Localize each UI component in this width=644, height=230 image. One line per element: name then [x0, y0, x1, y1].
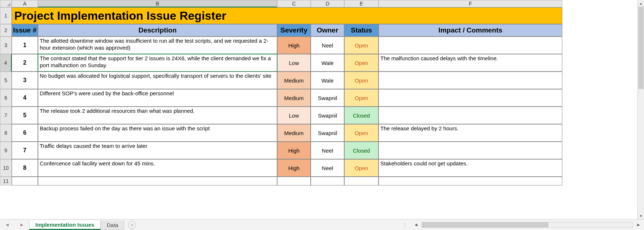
cell-severity[interactable]: Medium — [277, 72, 311, 89]
cell-severity[interactable]: High — [277, 37, 311, 54]
row-header-6[interactable]: 6 — [0, 89, 12, 107]
empty-cell[interactable] — [311, 177, 344, 185]
v-scroll-track[interactable] — [638, 7, 644, 212]
scroll-right-icon[interactable]: ▶ — [635, 222, 642, 228]
tab-splitter-icon[interactable]: ⋮ — [399, 222, 411, 228]
cell-severity[interactable]: High — [277, 142, 311, 159]
cell-description[interactable]: The allotted downtime window was insuffi… — [38, 37, 277, 54]
scroll-down-icon[interactable]: ▼ — [638, 212, 644, 219]
cell-impact[interactable] — [379, 142, 562, 159]
h-scroll-track[interactable] — [422, 222, 633, 228]
cell-owner[interactable]: Swapnil — [311, 124, 344, 142]
header-impact[interactable]: Impact / Comments — [379, 24, 562, 37]
row-header-1[interactable]: 1 — [0, 7, 12, 24]
cell-description[interactable]: Backup process failed on the day as ther… — [38, 124, 277, 142]
h-scroll-thumb[interactable] — [422, 222, 548, 227]
cell-owner[interactable]: Neel — [311, 159, 344, 177]
add-sheet-button[interactable]: + — [128, 221, 136, 229]
cell-owner[interactable]: Neel — [311, 37, 344, 54]
cell-severity[interactable]: High — [277, 159, 311, 177]
sheet-tabs: Implementation Issues Data — [29, 219, 124, 230]
col-header-b[interactable]: B — [38, 0, 277, 7]
cell-issue-num[interactable]: 1 — [12, 37, 38, 54]
empty-cell[interactable] — [12, 177, 38, 185]
cell-owner[interactable]: Swapnil — [311, 107, 344, 124]
cell-status[interactable]: Open — [344, 89, 379, 107]
cell-description[interactable]: The release took 2 additional resources … — [38, 107, 277, 124]
header-owner[interactable]: Owner — [311, 24, 344, 37]
cell-status[interactable]: Open — [344, 159, 379, 177]
cell-issue-num[interactable]: 3 — [12, 72, 38, 89]
col-header-c[interactable]: C — [277, 0, 311, 7]
cell-status[interactable]: Open — [344, 54, 379, 72]
header-status[interactable]: Status — [344, 24, 379, 37]
scroll-left-icon[interactable]: ◀ — [413, 222, 419, 228]
col-header-e[interactable]: E — [344, 0, 379, 7]
plus-icon: + — [131, 222, 133, 228]
spreadsheet: A B C D E F 1 Project Implementation Iss… — [0, 0, 644, 219]
row-header-11[interactable]: 11 — [0, 177, 12, 185]
cell-severity[interactable]: Low — [277, 107, 311, 124]
cell-impact[interactable]: The malfunction caused delays with the t… — [379, 54, 562, 72]
header-description[interactable]: Description — [38, 24, 277, 37]
v-scroll-thumb[interactable] — [638, 7, 644, 89]
scroll-up-icon[interactable]: ▲ — [638, 0, 644, 7]
header-issue[interactable]: Issue # — [12, 24, 38, 37]
empty-cell[interactable] — [379, 177, 562, 185]
cell-owner[interactable]: Wale — [311, 72, 344, 89]
cell-impact[interactable] — [379, 72, 562, 89]
cell-impact[interactable] — [379, 89, 562, 107]
cell-description-selected[interactable]: The contract stated that the support for… — [38, 54, 277, 72]
row-header-7[interactable]: 7 — [0, 107, 12, 124]
row-header-9[interactable]: 9 — [0, 142, 12, 159]
sheet-nav-prev-icon[interactable]: ◀ — [4, 221, 10, 228]
cell-owner[interactable]: Wale — [311, 54, 344, 72]
cell-description[interactable]: Confercence call facility went down for … — [38, 159, 277, 177]
col-header-a[interactable]: A — [12, 0, 38, 7]
cell-status[interactable]: Closed — [344, 142, 379, 159]
vertical-scrollbar[interactable]: ▲ ▼ — [637, 0, 644, 219]
cell-severity[interactable]: Medium — [277, 124, 311, 142]
cell-status[interactable]: Open — [344, 37, 379, 54]
cell-issue-num[interactable]: 2 — [12, 54, 38, 72]
empty-cell[interactable] — [344, 177, 379, 185]
row-header-10[interactable]: 10 — [0, 159, 12, 177]
cell-owner[interactable]: Swapnil — [311, 89, 344, 107]
cell-impact[interactable] — [379, 37, 562, 54]
grid: A B C D E F 1 Project Implementation Iss… — [0, 0, 644, 185]
row-header-2[interactable]: 2 — [0, 24, 12, 37]
cell-status[interactable]: Open — [344, 124, 379, 142]
cell-owner[interactable]: Neel — [311, 142, 344, 159]
cell-description[interactable]: Different SOP's were used by the back-of… — [38, 89, 277, 107]
cell-issue-num[interactable]: 4 — [12, 89, 38, 107]
title-cell[interactable]: Project Implementation Issue Register — [12, 7, 562, 24]
cell-status[interactable]: Closed — [344, 107, 379, 124]
sheet-tab[interactable]: Data — [101, 221, 125, 230]
cell-status[interactable]: Open — [344, 72, 379, 89]
sheet-nav-next-icon[interactable]: ▶ — [19, 221, 25, 228]
sheet-tab-active[interactable]: Implementation Issues — [29, 221, 101, 230]
col-header-d[interactable]: D — [311, 0, 344, 7]
cell-issue-num[interactable]: 7 — [12, 142, 38, 159]
empty-cell[interactable] — [38, 177, 277, 185]
cell-impact[interactable]: Stakeholders could not get updates. — [379, 159, 562, 177]
cell-issue-num[interactable]: 8 — [12, 159, 38, 177]
col-header-f[interactable]: F — [379, 0, 562, 7]
cell-impact[interactable] — [379, 107, 562, 124]
cell-description[interactable]: No budget was allocated for logistical s… — [38, 72, 277, 89]
row-header-8[interactable]: 8 — [0, 124, 12, 142]
cell-severity[interactable]: Low — [277, 54, 311, 72]
empty-cell[interactable] — [277, 177, 311, 185]
row-header-4[interactable]: 4 — [0, 54, 12, 72]
select-all-corner[interactable] — [0, 0, 12, 7]
cell-issue-num[interactable]: 6 — [12, 124, 38, 142]
title-text: Project Implementation Issue Register — [14, 9, 226, 23]
row-header-5[interactable]: 5 — [0, 72, 12, 89]
cell-issue-num[interactable]: 5 — [12, 107, 38, 124]
sheet-tab-bar: ◀ ▶ Implementation Issues Data + ⋮ ◀ ▶ — [0, 219, 644, 230]
row-header-3[interactable]: 3 — [0, 37, 12, 54]
cell-description[interactable]: Traffic delays caused the team to arrive… — [38, 142, 277, 159]
cell-severity[interactable]: Medium — [277, 89, 311, 107]
cell-impact[interactable]: The release delayed by 2 hours. — [379, 124, 562, 142]
header-severity[interactable]: Severity — [277, 24, 311, 37]
